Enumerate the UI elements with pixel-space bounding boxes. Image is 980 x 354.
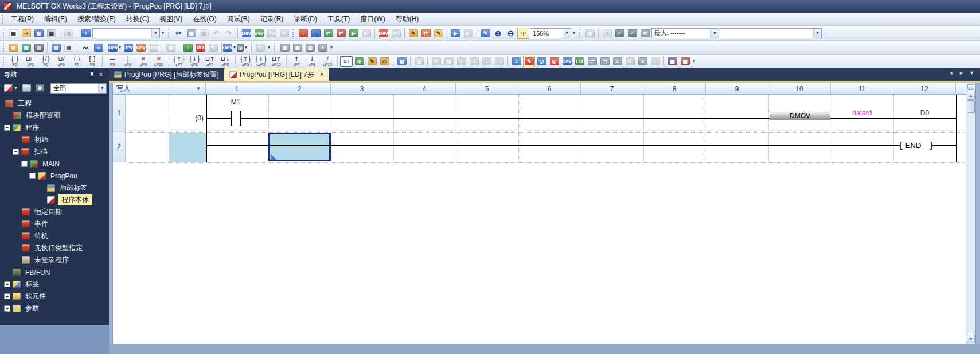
ladder-edit-view-icon[interactable]: ◎ xyxy=(548,56,560,67)
ladder-tool-F5[interactable]: ┤ ├F5 xyxy=(7,55,22,67)
check-ok-2-icon[interactable]: ✔ xyxy=(626,28,638,39)
expand-icon[interactable]: + xyxy=(4,305,10,312)
verify-plc-icon[interactable]: ⇄ xyxy=(322,28,334,39)
zoom-in-icon[interactable]: ⊕ xyxy=(492,28,504,39)
jump-return-icon[interactable]: ≪ xyxy=(639,28,651,39)
ladder-edit-mode-icon[interactable]: ✎ xyxy=(523,56,535,67)
chevron-down-icon[interactable]: ▼ xyxy=(563,29,571,38)
ladder-tool-sF8[interactable]: ┤↓├sF8 xyxy=(187,55,202,67)
tree-filter-select[interactable]: 全部 ▼ xyxy=(50,83,107,94)
device-find-menu-icon[interactable]: Dev▾ xyxy=(110,42,122,53)
read-from-plc-icon[interactable]: ← xyxy=(310,28,322,39)
window-list-icon[interactable]: ▤ xyxy=(279,42,291,53)
open-project-icon[interactable]: ➝ xyxy=(20,28,32,39)
ladder-tool-cF10[interactable]: ∕cF10 xyxy=(320,55,335,67)
align-ladder-icon[interactable]: ≡ xyxy=(510,56,522,67)
tree-item-程序[interactable]: −程序 xyxy=(0,122,109,134)
help-icon[interactable]: ? xyxy=(80,28,92,39)
device-monitor-blue-icon[interactable]: Dev xyxy=(561,56,573,67)
device-terminal-icon[interactable]: Dev xyxy=(253,28,265,39)
quick-find-combo[interactable]: ▼ xyxy=(92,28,160,38)
toolbar-overflow-icon[interactable]: ▾ xyxy=(692,59,697,64)
ladder-tool-F8[interactable]: [ ]F8 xyxy=(85,55,100,67)
device-note-icon[interactable]: ▤ xyxy=(396,56,408,67)
menu-item-0[interactable]: 工程(P) xyxy=(6,13,39,26)
device-replace-icon[interactable]: Dev xyxy=(135,42,147,53)
outline-icon[interactable]: ≡ xyxy=(611,56,623,67)
ladder-tool-cF8[interactable]: ↓cF8 xyxy=(304,55,319,67)
ladder-tool-sF6[interactable]: ⊔/sF6 xyxy=(54,55,69,67)
window-sheet-icon[interactable]: ▥ xyxy=(304,42,316,53)
device-ld-green-icon[interactable]: LD xyxy=(573,56,585,67)
device-search-menu-icon[interactable]: ◎▾ xyxy=(237,42,249,53)
tree-item-恒定周期[interactable]: 恒定周期 xyxy=(0,206,109,218)
insert-rung-icon[interactable]: ⊞ xyxy=(353,56,365,67)
menu-item-2[interactable]: 搜索/替换(F) xyxy=(72,13,121,26)
ladder-tool-aF10[interactable]: ⊔⇑aF10 xyxy=(269,55,284,67)
operand-d0[interactable]: D0 xyxy=(893,109,956,117)
find-binocular-icon[interactable]: ∞ xyxy=(80,42,92,53)
element-window-icon[interactable]: ▤ xyxy=(50,42,62,53)
check-list-icon[interactable]: ≡ xyxy=(637,56,649,67)
tree-item-扫描[interactable]: −扫描 xyxy=(0,146,109,158)
find-window-icon[interactable]: ∞ xyxy=(92,42,104,53)
expand-icon[interactable]: + xyxy=(4,281,10,287)
ladder-tool-aF8[interactable]: ⊔↓aF8 xyxy=(218,55,233,67)
tree-expand-icon[interactable] xyxy=(21,83,33,94)
entry-window-icon[interactable]: ▤ xyxy=(63,42,75,53)
ladder-find-view-icon[interactable]: ◎ xyxy=(536,56,548,67)
tree-item-标签[interactable]: +标签 xyxy=(0,278,109,290)
menu-item-6[interactable]: 调试(B) xyxy=(222,13,255,26)
device-display-menu-icon[interactable]: Dev▾ xyxy=(224,42,236,53)
ladder-tool-cF7[interactable]: ↑cF7 xyxy=(289,55,304,67)
device-monitor-icon[interactable]: Dev xyxy=(377,28,389,39)
menu-item-5[interactable]: 在线(O) xyxy=(188,13,221,26)
menu-item-4[interactable]: 视图(V) xyxy=(154,13,188,26)
module-config-icon[interactable]: ▦ xyxy=(33,42,45,53)
tab-scroll-right-icon[interactable]: ► xyxy=(959,70,964,76)
ladder-tool-F6[interactable]: ┤/├F6 xyxy=(38,55,53,67)
tree-item-工程[interactable]: 工程 xyxy=(0,98,109,110)
collapse-icon[interactable]: − xyxy=(29,173,36,179)
device-list-icon[interactable]: Dev xyxy=(122,42,134,53)
tree-item-MAIN[interactable]: −MAIN xyxy=(0,158,109,170)
comment-show-icon[interactable]: ✎ xyxy=(432,28,444,39)
vertical-scrollbar[interactable]: ▲ ▼ xyxy=(966,83,975,344)
gear-icon[interactable] xyxy=(34,83,46,94)
chevron-down-icon[interactable]: ▼ xyxy=(196,86,201,91)
chevron-down-icon[interactable]: ▼ xyxy=(813,29,821,38)
comment-edit-icon[interactable]: ✎ xyxy=(407,28,419,39)
ladder-tool-cF9[interactable]: ✕cF9 xyxy=(136,55,151,67)
tab-local-label-settings[interactable]: ProgPou [PRG] [局部标签设置] xyxy=(109,68,224,81)
copy-icon[interactable]: ▣ xyxy=(185,28,197,39)
comment-bubble-edit-icon[interactable]: ✎ xyxy=(366,56,378,67)
tree-item-初始[interactable]: 初始 xyxy=(0,134,109,146)
cut-icon[interactable]: ✂ xyxy=(173,28,185,39)
ladder-tool-aF7[interactable]: ⊔↑aF7 xyxy=(202,55,217,67)
tab-list-icon[interactable]: ▼ xyxy=(969,70,974,76)
toolbar-overflow-icon[interactable]: ▾ xyxy=(329,45,334,50)
note-edit-icon[interactable]: I xyxy=(182,42,194,53)
collapse-icon[interactable]: − xyxy=(4,125,10,131)
device-find-icon[interactable]: Dev xyxy=(240,28,252,39)
collapse-icon[interactable]: − xyxy=(21,161,28,167)
inline-st-icon[interactable]: ST xyxy=(340,56,353,67)
tab-scroll-left-icon[interactable]: ◄ xyxy=(948,70,954,76)
toolbar-overflow-icon[interactable]: ▾ xyxy=(572,30,577,36)
toolbar-overflow-icon[interactable]: ▾ xyxy=(267,45,272,50)
tab-close-icon[interactable]: × xyxy=(320,71,324,78)
end-instruction[interactable]: [ END ] xyxy=(900,141,932,150)
save-project-icon[interactable]: ▦ xyxy=(33,28,45,39)
contact-bar-right[interactable] xyxy=(240,111,241,126)
selected-cell-border[interactable] xyxy=(268,133,331,161)
zoom-level-combo[interactable]: 156%▼ xyxy=(530,28,571,38)
comment-transfer-icon[interactable]: ⇄ xyxy=(420,28,432,39)
tree-collapse-menu-icon[interactable]: ▼ xyxy=(2,83,19,94)
zoom-out-icon[interactable]: ⊖ xyxy=(505,28,517,39)
menu-item-7[interactable]: 记录(R) xyxy=(255,13,289,26)
new-project-icon[interactable]: ▤ xyxy=(7,28,19,39)
ladder-tool-sF7[interactable]: ┤↑├sF7 xyxy=(171,55,186,67)
scroll-up-icon[interactable]: ▲ xyxy=(967,91,975,100)
fit-width-icon[interactable]: +|+ xyxy=(517,28,529,39)
tree-item-模块配置图[interactable]: 模块配置图 xyxy=(0,110,109,122)
